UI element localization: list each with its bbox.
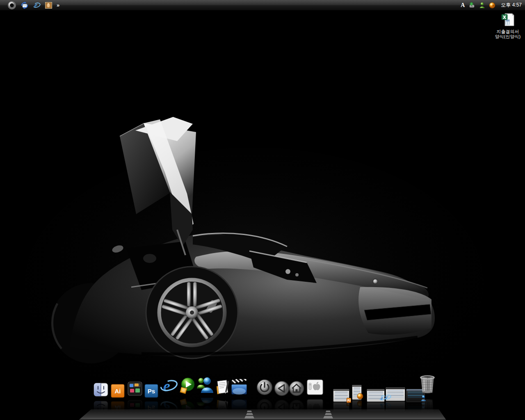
- media-player-icon[interactable]: [179, 377, 196, 415]
- illustrator-icon[interactable]: Ai Ai: [111, 384, 125, 415]
- illustrator-badge-icon: Ai: [347, 396, 351, 403]
- dock-separator: [244, 416, 254, 418]
- excel-document-icon: [500, 12, 515, 29]
- finder-icon[interactable]: [94, 382, 108, 415]
- photoshop-icon[interactable]: Ps Ps: [144, 384, 158, 415]
- window-thumbnail-browser-1[interactable]: e e: [367, 389, 385, 415]
- window-thumbnail-illustrator[interactable]: Ai Ai: [333, 389, 349, 415]
- menubar: e » A: [0, 0, 525, 11]
- apple-box-icon[interactable]: [307, 379, 323, 415]
- menubar-left-icons: e »: [0, 1, 59, 10]
- tray-clock[interactable]: 오후 4:57: [499, 2, 522, 9]
- msn-messenger-icon[interactable]: [196, 376, 214, 415]
- menubar-tray: A 오후 4:57: [461, 2, 525, 9]
- movie-clapper-icon[interactable]: [231, 379, 248, 415]
- internet-explorer-icon[interactable]: e: [33, 2, 41, 9]
- dock-separator: [323, 416, 333, 418]
- dock-shelf-edge: [79, 418, 446, 419]
- dock-separator: [326, 411, 331, 412]
- desktop-shortcut-expense-form[interactable]: 지출결의서 양식(신양식): [491, 12, 524, 39]
- back-icon[interactable]: [274, 381, 290, 415]
- messenger-orange-badge-icon: [357, 393, 363, 401]
- shortcut-label-line2: 양식(신양식): [491, 34, 524, 39]
- text-document-icon[interactable]: [215, 379, 231, 415]
- home-icon[interactable]: [289, 381, 304, 415]
- image-viewer-icon[interactable]: [45, 2, 52, 9]
- photoshop-label: Ps: [148, 388, 155, 395]
- apps-stack-icon[interactable]: [127, 381, 143, 415]
- notifier-ball-icon[interactable]: [489, 2, 495, 9]
- ime-indicator[interactable]: A: [461, 2, 465, 9]
- internet-explorer-icon[interactable]: e e: [160, 377, 178, 415]
- illustrator-label: Ai: [115, 388, 121, 395]
- power-icon[interactable]: [256, 379, 273, 415]
- menubar-overflow-chevron[interactable]: »: [57, 2, 59, 8]
- svg-text:Ai: Ai: [115, 404, 121, 411]
- window-thumbnail-browser-2[interactable]: e e: [386, 387, 405, 415]
- internet-explorer-badge-icon: e: [384, 394, 391, 402]
- wallpaper-sports-car: [0, 11, 525, 420]
- dock-separator: [325, 413, 332, 415]
- dock-ring-icon[interactable]: [7, 1, 16, 10]
- svg-text:Ps: Ps: [148, 404, 155, 411]
- window-thumbnail-chat[interactable]: [352, 385, 362, 415]
- outlook-express-icon[interactable]: [21, 2, 28, 9]
- messenger-blue-badge-icon: [420, 395, 427, 403]
- messenger-person-icon[interactable]: [479, 2, 485, 9]
- ie-letter: e: [163, 377, 170, 395]
- svg-text:e: e: [163, 398, 170, 415]
- svg-text:e: e: [381, 403, 383, 409]
- usb-device-icon[interactable]: [468, 2, 475, 9]
